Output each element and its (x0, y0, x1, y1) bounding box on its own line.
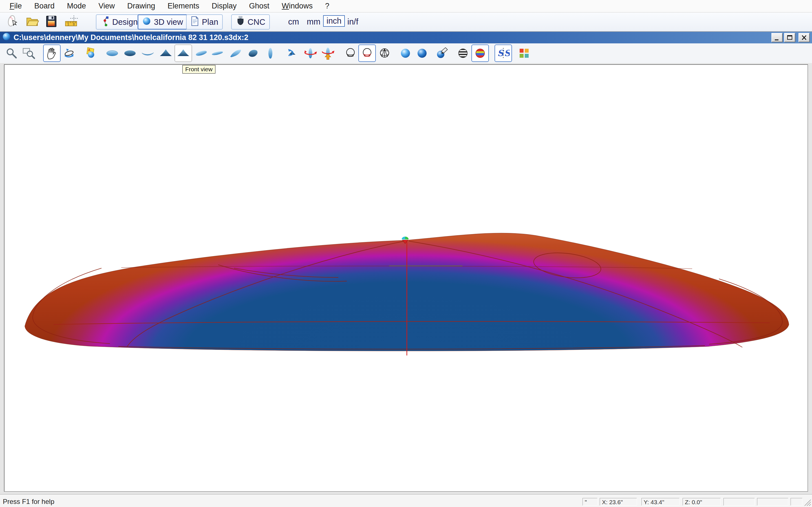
menu-view[interactable]: View (92, 0, 121, 12)
svg-text:S: S (504, 48, 510, 58)
status-help-text: Press F1 for help (3, 498, 54, 506)
menu-elements[interactable]: Elements (161, 0, 206, 12)
zoom-icon[interactable] (3, 45, 20, 62)
curvature-map-icon[interactable] (471, 45, 489, 62)
shaded-view-2-icon[interactable] (413, 45, 431, 62)
status-z-cell: Z: 0.0" (682, 498, 721, 506)
design-mode-button[interactable]: Design (96, 14, 142, 30)
unit-inch[interactable]: inch (323, 15, 345, 27)
top-view-icon[interactable] (103, 45, 121, 62)
minimize-button[interactable] (771, 33, 783, 42)
plan-document-icon (191, 16, 200, 28)
main-toolbar: 10 Design 3D view Plan (0, 13, 812, 32)
menu-windows[interactable]: Windows (275, 0, 319, 12)
svg-text:A: A (88, 48, 91, 52)
symmetry-icon[interactable]: SS (495, 45, 512, 62)
viewport-canvas[interactable] (4, 64, 808, 492)
resize-grip[interactable] (803, 498, 811, 506)
document-title-bar: C:\users\dennery\My Documents\hotelcalif… (0, 32, 812, 43)
mesh-sphere-icon[interactable] (376, 45, 393, 62)
front-view-tooltip: Front view (183, 65, 215, 73)
perspective-view-2-icon[interactable] (209, 45, 226, 62)
rotate-view-icon[interactable] (283, 45, 301, 62)
view-toolbar: A SS (0, 43, 812, 63)
perspective-view-3-icon[interactable] (227, 45, 245, 62)
cnc-mode-button[interactable]: CNC (231, 14, 270, 30)
rotate-3d-icon[interactable] (60, 45, 78, 62)
view3d-label: 3D view (154, 17, 183, 27)
menu-display[interactable]: Display (206, 0, 243, 12)
menu-ghost[interactable]: Ghost (243, 0, 275, 12)
perspective-view-4-icon[interactable] (244, 45, 262, 62)
menu-bar: File Board Mode View Drawing Elements Di… (0, 0, 812, 12)
status-unit-cell: " (582, 498, 598, 506)
open-folder-icon (26, 15, 39, 29)
status-bar: Press F1 for help " X: 23.6" Y: 43.4" Z:… (0, 495, 812, 507)
design-icon (100, 16, 110, 28)
document-title: C:\users\dennery\My Documents\hotelcalif… (13, 33, 248, 42)
stripes-view-icon[interactable] (454, 45, 472, 62)
perspective-view-1-icon[interactable] (193, 45, 210, 62)
menu-help[interactable]: ? (319, 0, 336, 12)
design-label: Design (112, 17, 138, 27)
open-button[interactable] (24, 14, 41, 30)
spin-board-icon[interactable] (302, 45, 319, 62)
sphere-3d-icon (142, 16, 152, 28)
unit-mm[interactable]: mm (307, 17, 320, 26)
svg-text:1: 1 (67, 23, 69, 26)
bottom-view-icon[interactable] (121, 45, 139, 62)
outline-view-icon[interactable] (262, 45, 279, 62)
document-window-frame (0, 63, 812, 495)
document-sphere-icon (2, 33, 11, 43)
save-button[interactable] (43, 14, 59, 30)
menu-drawing[interactable]: Drawing (121, 0, 161, 12)
back-view-icon[interactable] (157, 45, 174, 62)
wireframe-red-icon[interactable] (358, 45, 376, 62)
surfboard-front-view[interactable] (4, 65, 808, 491)
close-button[interactable] (799, 33, 810, 42)
menu-board[interactable]: Board (28, 0, 61, 12)
zoom-window-icon[interactable] (20, 45, 38, 62)
measure-button[interactable]: 10 (63, 14, 80, 30)
status-empty-cell-2 (757, 498, 788, 506)
new-board-icon (6, 15, 19, 29)
texture-edit-icon[interactable] (433, 45, 450, 62)
wireframe-icon[interactable] (342, 45, 359, 62)
color-panels-icon[interactable] (515, 45, 533, 62)
plan-label: Plan (202, 17, 218, 27)
render-light-icon[interactable]: A (82, 45, 100, 62)
status-x-cell: X: 23.6" (600, 498, 637, 506)
cnc-label: CNC (248, 17, 265, 27)
unit-cm[interactable]: cm (288, 17, 299, 26)
pan-hand-icon[interactable] (43, 45, 61, 62)
side-view-icon[interactable] (139, 45, 156, 62)
flip-board-icon[interactable] (319, 45, 337, 62)
view3d-mode-button[interactable]: 3D view (138, 14, 188, 30)
menu-file[interactable]: File (3, 0, 28, 12)
menu-mode[interactable]: Mode (61, 0, 93, 12)
front-view-icon[interactable] (174, 45, 192, 62)
surfboard-hull (17, 225, 798, 360)
status-empty-cell-3 (791, 498, 802, 506)
plan-mode-button[interactable]: Plan (186, 14, 223, 30)
status-empty-cell-1 (723, 498, 755, 506)
svg-text:0: 0 (73, 23, 75, 26)
status-y-cell: Y: 43.4" (642, 498, 679, 506)
cnc-tool-icon (236, 16, 245, 28)
save-icon (45, 15, 58, 29)
new-board-button[interactable] (4, 14, 21, 30)
shaded-view-icon[interactable] (397, 45, 414, 62)
unit-inf[interactable]: in/f (347, 17, 358, 26)
restore-button[interactable] (784, 33, 795, 42)
ruler-icon: 10 (64, 15, 78, 29)
